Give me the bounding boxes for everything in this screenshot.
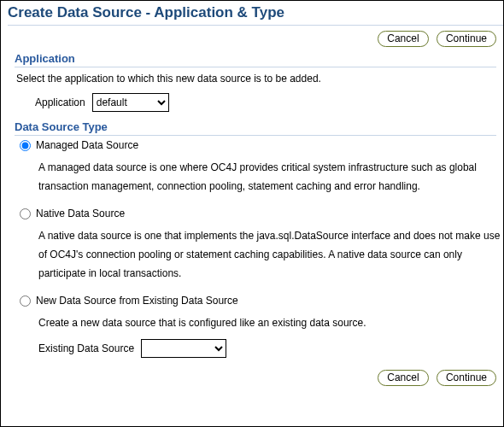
type-option-managed: Managed Data Source A managed data sourc…: [20, 139, 503, 196]
continue-button[interactable]: Continue: [437, 31, 496, 47]
type-option-native: Native Data Source A native data source …: [20, 208, 503, 283]
application-label: Application: [35, 97, 85, 108]
continue-button-bottom[interactable]: Continue: [437, 370, 496, 386]
bottom-button-bar: Cancel Continue: [1, 365, 503, 389]
cancel-button[interactable]: Cancel: [378, 31, 428, 47]
radio-managed-desc: A managed data source is one where OC4J …: [38, 158, 503, 196]
application-select[interactable]: default: [92, 93, 169, 112]
application-hint: Select the application to which this new…: [16, 73, 503, 85]
radio-native-label: Native Data Source: [36, 208, 125, 219]
radio-native-desc: A native data source is one that impleme…: [38, 226, 503, 283]
radio-existing[interactable]: [20, 295, 31, 307]
type-heading: Data Source Type: [15, 120, 496, 136]
existing-ds-select[interactable]: [141, 339, 226, 358]
radio-managed-label: Managed Data Source: [36, 139, 138, 151]
radio-native[interactable]: [20, 208, 31, 219]
radio-managed[interactable]: [20, 140, 31, 151]
cancel-button-bottom[interactable]: Cancel: [378, 370, 428, 386]
radio-existing-desc: Create a new data source that is configu…: [38, 313, 503, 332]
radio-existing-label: New Data Source from Existing Data Sourc…: [36, 295, 238, 307]
page-title: Create Data Source - Application & Type: [8, 4, 503, 26]
top-button-bar: Cancel Continue: [1, 26, 503, 49]
type-option-existing: New Data Source from Existing Data Sourc…: [20, 295, 503, 358]
application-heading: Application: [15, 52, 496, 67]
existing-ds-label: Existing Data Source: [38, 342, 134, 354]
